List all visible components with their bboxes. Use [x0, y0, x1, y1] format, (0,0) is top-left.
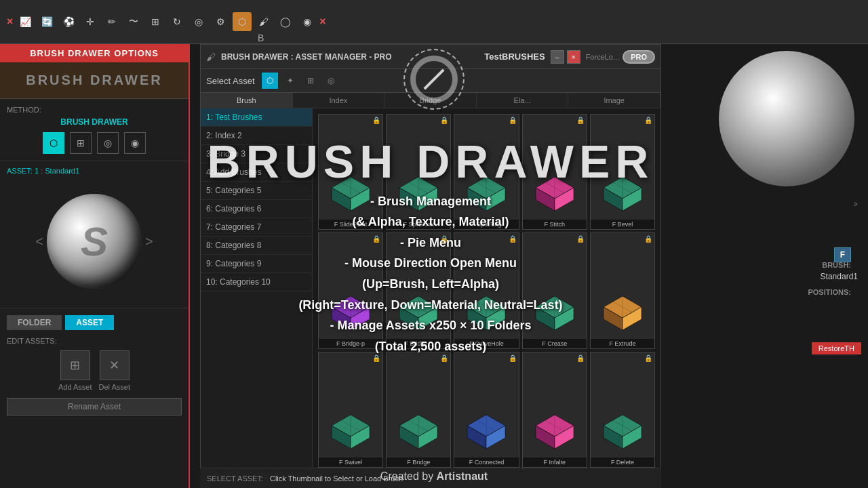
asset-label-bottom: F Extrude	[591, 339, 654, 348]
layers-icon[interactable]: ⊞	[146, 12, 165, 31]
add-asset-button[interactable]: ⊞ Add Asset	[58, 350, 92, 391]
minimize-button[interactable]: –	[551, 50, 564, 64]
rename-asset-button[interactable]: Rename Asset	[7, 398, 182, 415]
cat-tab-ela[interactable]: Ela...	[477, 93, 569, 108]
brush-label-top: B	[258, 33, 264, 43]
created-by: Created by Artistnaut	[0, 470, 868, 483]
gear-icon[interactable]: ⚙	[211, 12, 230, 31]
asset-grid: 🔒F SlidePoint 🔒F SplitPoint 🔒F SplitRing	[313, 108, 660, 473]
sphere-mode-icon[interactable]: ◉	[124, 132, 146, 154]
asset-item[interactable]: 🔒F Extrude	[590, 232, 655, 348]
asset-cube	[454, 288, 518, 339]
asset-item[interactable]: 🔒F Stitch	[522, 114, 587, 230]
right-nav-arrow[interactable]: >	[854, 200, 858, 208]
close-button-top[interactable]: ×	[7, 16, 13, 28]
refresh-icon[interactable]: 🔄	[37, 12, 56, 31]
method-value: BRUSH DRAWER	[7, 117, 182, 127]
asset-item[interactable]: 🔒F Bridge-p	[318, 232, 383, 348]
cat-tab-image[interactable]: Image	[568, 93, 660, 108]
lock-icon: 🔒	[576, 117, 585, 124]
del-asset-label: Del Asset	[99, 383, 130, 391]
sub-icon-circle[interactable]: ◎	[323, 73, 339, 89]
asset-item[interactable]: 🔒F Bridge	[386, 352, 451, 468]
list-item[interactable]: 6: Categories 6	[201, 200, 312, 218]
snake-icon[interactable]: 〜	[124, 12, 143, 31]
sub-icon-star[interactable]: ✦	[282, 73, 298, 89]
sub-toolbar-icons: ⬡ ✦ ⊞ ◎	[262, 73, 339, 89]
lock-icon: 🔒	[440, 354, 448, 362]
asset-edit-buttons: ⊞ Add Asset ✕ Del Asset	[7, 350, 182, 391]
asset-cube	[319, 169, 382, 220]
author-name: Artistnaut	[437, 470, 488, 482]
restore-button[interactable]: RestoreTH	[812, 342, 861, 354]
graph-icon[interactable]: 📈	[16, 12, 35, 31]
circle-mode-icon[interactable]: ◎	[97, 132, 119, 154]
asset-item[interactable]: 🔒F SlidePoint	[318, 114, 383, 230]
spinning-logo	[403, 49, 465, 110]
active-tool-icon[interactable]: ⬡	[233, 12, 252, 31]
asset-label-bottom: F Bridge-p	[319, 339, 382, 348]
lock-icon: 🔒	[509, 235, 517, 243]
list-item[interactable]: 9: Categories 9	[201, 255, 312, 273]
asset-tab[interactable]: ASSET	[65, 315, 114, 330]
method-icons: ⬡ ⊞ ◎ ◉	[7, 132, 182, 154]
lock-icon: 🔒	[440, 235, 448, 243]
list-item[interactable]: 8: Categories 8	[201, 237, 312, 255]
asset-label-bottom: F Delete	[591, 458, 654, 467]
pen-icon[interactable]: ✏	[102, 12, 121, 31]
brush-mode-icon[interactable]: ⬡	[43, 132, 64, 154]
sphere-preview	[47, 194, 142, 289]
asset-cube	[387, 407, 450, 458]
next-asset-arrow[interactable]: >	[142, 230, 157, 253]
forceload-label: ForceLo...	[586, 53, 620, 61]
titlebar-controls: – ×	[551, 50, 580, 64]
brush-ball-icon[interactable]: ⚽	[59, 12, 78, 31]
cat-tab-brush[interactable]: Brush	[201, 93, 293, 108]
close-button-top2[interactable]: ×	[319, 16, 326, 28]
asset-label: ASSET: 1 : Standard1	[7, 167, 182, 175]
asset-cube	[454, 169, 518, 220]
list-item[interactable]: 1: Test Brushes	[201, 108, 312, 127]
asset-item[interactable]: 🔒F Swivel	[318, 352, 383, 468]
asset-item[interactable]: 🔒F SplitRing	[454, 114, 519, 230]
sub-icon-brush[interactable]: ⬡	[262, 73, 278, 89]
right-positions-label: POSITIONS:	[808, 288, 851, 296]
asset-item[interactable]: 🔒F SplitPoint	[386, 114, 451, 230]
prev-asset-arrow[interactable]: <	[32, 230, 47, 253]
del-asset-button[interactable]: ✕ Del Asset	[99, 350, 130, 391]
asset-cube	[591, 407, 654, 458]
lock-icon: 🔒	[372, 117, 380, 124]
asset-item[interactable]: 🔒F Connected	[454, 352, 519, 468]
sphere-icon[interactable]: ◯	[276, 12, 295, 31]
lock-icon: 🔒	[576, 354, 585, 362]
close-button[interactable]: ×	[567, 50, 580, 64]
circle-tool-icon[interactable]: ◎	[189, 12, 208, 31]
brush-drawer-logo-text: BRUSH DRAWER	[10, 73, 178, 88]
rotate-icon[interactable]: ↻	[167, 12, 186, 31]
asset-item[interactable]: 🔒F Bevel	[590, 114, 655, 230]
cat-tab-index[interactable]: Index	[293, 93, 385, 108]
asset-cube	[454, 407, 518, 458]
asset-item[interactable]: 🔒F Crease	[522, 232, 587, 348]
paint-icon[interactable]: 🖌	[254, 12, 273, 31]
grid-mode-icon[interactable]: ⊞	[70, 132, 92, 154]
asset-item[interactable]: 🔒F CurveHole	[454, 232, 519, 348]
sub-icon-grid[interactable]: ⊞	[302, 73, 319, 89]
asset-item[interactable]: 🔒F Delete	[590, 352, 655, 468]
right-f-badge: F	[834, 247, 851, 262]
ring-icon[interactable]: ◉	[298, 12, 317, 31]
list-item[interactable]: 4: Add Brushes	[201, 163, 312, 182]
list-item[interactable]: 3: Bridge 3	[201, 145, 312, 163]
list-item[interactable]: 5: Categories 5	[201, 182, 312, 200]
folder-tab[interactable]: FOLDER	[7, 315, 62, 330]
move-icon[interactable]: ✛	[81, 12, 100, 31]
del-asset-icon: ✕	[100, 350, 130, 380]
asset-label-bottom: F SplitRing	[454, 220, 518, 229]
asset-item[interactable]: 🔒F Bridge...	[386, 232, 451, 348]
asset-section: ASSET: 1 : Standard1 < >	[0, 161, 189, 308]
list-item[interactable]: 10: Categories 10	[201, 273, 312, 291]
asset-item[interactable]: 🔒F Infalte	[522, 352, 587, 468]
method-section: METHOD: BRUSH DRAWER ⬡ ⊞ ◎ ◉	[0, 99, 189, 161]
list-item[interactable]: 7: Categories 7	[201, 218, 312, 237]
list-item[interactable]: 2: Index 2	[201, 127, 312, 145]
